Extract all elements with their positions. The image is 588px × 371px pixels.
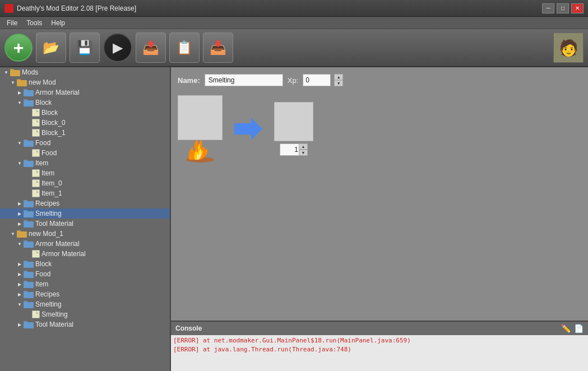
- tree-item-item-item[interactable]: Item: [0, 168, 170, 178]
- save-button[interactable]: 💾: [70, 33, 100, 63]
- xp-spinner: ▲ ▼: [334, 74, 343, 86]
- tree-item-smelting-doc-1[interactable]: Smelting: [0, 309, 170, 319]
- expand-icon-new-mod[interactable]: ▼: [9, 78, 17, 86]
- smelting-output-slot[interactable]: [274, 102, 313, 141]
- tree-label-item-1: Item_1: [41, 189, 62, 197]
- svg-rect-1: [10, 69, 14, 71]
- tree-item-new-mod-1[interactable]: ▼ new Mod_1: [0, 229, 170, 239]
- tree-label-block-group-1: Block: [35, 260, 52, 268]
- output-count-row: ▲ ▼: [280, 143, 308, 156]
- tree-item-block-0[interactable]: Block_0: [0, 118, 170, 128]
- tree-item-recipes-1[interactable]: ▶ Recipes: [0, 289, 170, 299]
- expand-icon-recipes-1[interactable]: ▶: [16, 290, 24, 298]
- tree-item-smelting-group-1[interactable]: ▼ Smelting: [0, 299, 170, 309]
- doc-icon-block-1: [32, 129, 40, 137]
- menu-help[interactable]: Help: [47, 18, 70, 28]
- doc-icon-item-1: [32, 189, 40, 197]
- expand-icon-item-group[interactable]: ▼: [16, 159, 24, 167]
- tree-label-food-group-1: Food: [35, 270, 50, 278]
- save-icon: 💾: [76, 40, 93, 55]
- svg-rect-13: [24, 200, 27, 202]
- tree-item-new-mod[interactable]: ▼ new Mod: [0, 77, 170, 87]
- expand-icon-mods[interactable]: ▼: [2, 68, 10, 76]
- xp-down-button[interactable]: ▼: [334, 80, 343, 86]
- tree-item-tool-material-1[interactable]: ▶ Tool Material: [0, 319, 170, 330]
- output-down-button[interactable]: ▼: [299, 150, 308, 156]
- expand-icon-armor-material-1[interactable]: ▼: [16, 240, 24, 248]
- export-button[interactable]: 📤: [136, 33, 166, 63]
- minimize-button[interactable]: ─: [542, 3, 554, 13]
- expand-icon-armor-material[interactable]: ▶: [16, 89, 24, 96]
- svg-rect-17: [24, 220, 27, 222]
- play-button[interactable]: ▶: [103, 33, 132, 62]
- expand-icon-smelting-group-1[interactable]: ▼: [16, 300, 24, 308]
- tree-item-armor-material-1-item[interactable]: Armor Material: [0, 249, 170, 259]
- expand-icon-tool-material-1[interactable]: ▶: [16, 321, 24, 328]
- svg-rect-7: [24, 99, 27, 101]
- expand-icon-block-group-1[interactable]: ▶: [16, 260, 24, 268]
- tree-item-tool-material[interactable]: ▶ Tool Material: [0, 219, 170, 229]
- smelting-input-slot[interactable]: [178, 95, 223, 140]
- avatar: 🧑: [553, 33, 584, 63]
- checklist-button[interactable]: 📋: [169, 33, 200, 63]
- expand-icon-item-group-1[interactable]: ▶: [16, 280, 24, 288]
- tree-item-smelting[interactable]: ▶ Smelting: [0, 208, 170, 219]
- tree-item-block-group[interactable]: ▼ Block: [0, 98, 170, 108]
- download-button[interactable]: 📥: [203, 33, 233, 63]
- tree-item-block-item[interactable]: Block: [0, 108, 170, 118]
- smelting-right: ▲ ▼: [274, 102, 313, 156]
- tree-item-mods[interactable]: ▼ Mods: [0, 67, 170, 77]
- expand-icon-smelting[interactable]: ▶: [16, 210, 24, 217]
- expand-icon-recipes[interactable]: ▶: [16, 200, 24, 207]
- tree-item-block-group-1[interactable]: ▶ Block: [0, 259, 170, 269]
- tree-item-block-1[interactable]: Block_1: [0, 128, 170, 138]
- tree-item-food-group[interactable]: ▼ Food: [0, 138, 170, 148]
- tree-item-item-1[interactable]: Item_1: [0, 188, 170, 198]
- svg-rect-27: [24, 281, 27, 283]
- tree-item-food-group-1[interactable]: ▶ Food: [0, 269, 170, 279]
- doc-icon-item-item: [32, 169, 40, 177]
- tree-item-item-0[interactable]: Item_0: [0, 178, 170, 188]
- tree-item-item-group-1[interactable]: ▶ Item: [0, 279, 170, 289]
- tree-item-armor-material[interactable]: ▶ Armor Material: [0, 87, 170, 98]
- open-button[interactable]: 📂: [36, 33, 66, 63]
- tree-label-new-mod: new Mod: [29, 78, 56, 86]
- tree-item-food-item[interactable]: Food: [0, 148, 170, 158]
- expand-icon-new-mod-1[interactable]: ▼: [9, 230, 17, 238]
- content-area: Name: Xp: ▲ ▼: [171, 67, 588, 371]
- console-copy-button[interactable]: 📄: [574, 324, 584, 333]
- add-button[interactable]: +: [4, 34, 33, 62]
- folder-icon-block-group: [24, 99, 34, 106]
- expand-icon-block-group[interactable]: ▼: [16, 99, 24, 106]
- svg-rect-11: [24, 160, 27, 162]
- file-tree: ▼ Mods▼ new Mod▶ Armor Material▼ BlockBl…: [0, 67, 171, 371]
- editor-panel: Name: Xp: ▲ ▼: [171, 67, 588, 321]
- name-input[interactable]: [205, 74, 283, 86]
- avatar-icon: 🧑: [559, 39, 578, 57]
- tree-item-armor-material-1[interactable]: ▼ Armor Material: [0, 239, 170, 249]
- maximize-button[interactable]: □: [557, 3, 569, 13]
- xp-up-button[interactable]: ▲: [334, 74, 343, 80]
- output-count-input[interactable]: [280, 143, 300, 156]
- expand-icon-tool-material[interactable]: ▶: [16, 220, 24, 228]
- tree-label-tool-material: Tool Material: [35, 220, 73, 228]
- menu-file[interactable]: File: [2, 18, 22, 28]
- tree-item-item-group[interactable]: ▼ Item: [0, 158, 170, 168]
- folder-icon-mods: [10, 68, 20, 76]
- menu-tools[interactable]: Tools: [22, 18, 47, 28]
- tree-item-recipes[interactable]: ▶ Recipes: [0, 198, 170, 208]
- xp-input[interactable]: [303, 74, 331, 86]
- tree-label-armor-material: Armor Material: [35, 89, 80, 96]
- svg-marker-35: [234, 118, 262, 140]
- svg-rect-19: [17, 230, 21, 233]
- close-button[interactable]: ✕: [571, 3, 584, 13]
- tree-label-item-item: Item: [41, 169, 54, 177]
- folder-icon-item-group-1: [24, 280, 34, 288]
- title-bar: Deathly's Mod Editor 2.08 [Pre Release] …: [0, 0, 588, 17]
- output-up-button[interactable]: ▲: [299, 143, 308, 150]
- expand-icon-food-group[interactable]: ▼: [16, 139, 24, 147]
- tree-label-block-1: Block_1: [41, 129, 66, 137]
- checklist-icon: 📋: [176, 40, 193, 55]
- console-clear-button[interactable]: ✏️: [561, 324, 571, 333]
- expand-icon-food-group-1[interactable]: ▶: [16, 270, 24, 278]
